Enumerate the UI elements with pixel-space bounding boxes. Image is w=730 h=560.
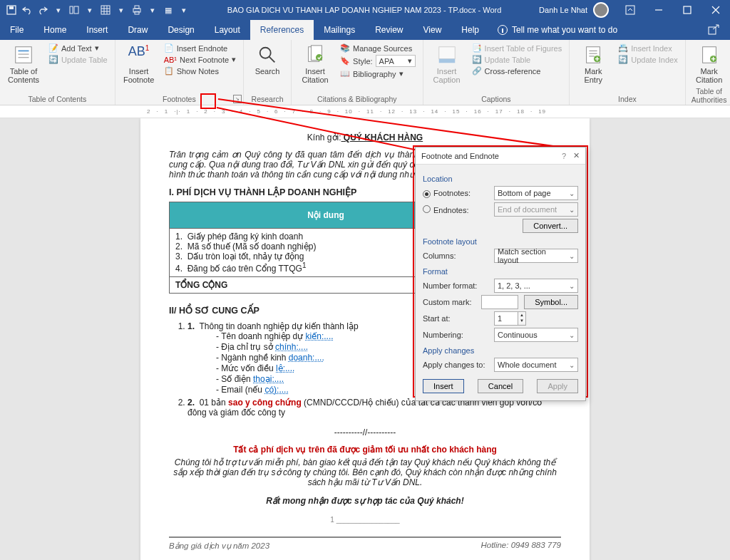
minimize-icon[interactable] <box>644 0 673 20</box>
tab-file[interactable]: File <box>0 20 34 40</box>
next-footnote-button[interactable]: AB¹ Next Footnote ▾ <box>161 54 239 65</box>
tab-view[interactable]: View <box>413 20 452 40</box>
save-icon[interactable] <box>6 4 17 16</box>
svg-rect-22 <box>438 59 455 63</box>
print-icon[interactable] <box>131 4 143 16</box>
svg-rect-6 <box>135 6 139 9</box>
tab-help[interactable]: Help <box>451 20 489 40</box>
svg-rect-3 <box>74 6 78 14</box>
help-icon[interactable]: ? <box>562 152 566 160</box>
columns-select[interactable]: Match section layout <box>494 249 578 263</box>
dialog-section: Apply changes <box>423 346 578 355</box>
convert-button[interactable]: Convert... <box>523 219 578 233</box>
apply-button[interactable]: Apply <box>537 379 578 393</box>
endnotes-location-select: End of document <box>494 202 578 217</box>
qat-icon[interactable]: ▾ <box>84 4 96 16</box>
apply-to-select[interactable]: Whole document <box>494 358 578 372</box>
footnotes-location-select[interactable]: Bottom of page <box>494 186 578 200</box>
group-captions: Insert Caption 📑 Insert Table of Figures… <box>423 40 570 105</box>
close-icon[interactable] <box>701 0 730 20</box>
update-table-button[interactable]: 🔄 Update Table <box>46 54 110 65</box>
group-label: Table of Contents <box>4 93 110 103</box>
ribbon-options-icon[interactable] <box>616 0 644 20</box>
dialog-section: Format <box>423 267 578 276</box>
start-at-spinner[interactable]: 1 ▲▼ <box>494 311 526 326</box>
qat-icon[interactable]: ▾ <box>147 4 158 16</box>
insert-endnote-button[interactable]: 📄 Insert Endnote <box>161 43 239 53</box>
cancel-button[interactable]: Cancel <box>478 379 523 393</box>
document-area: Kính gởi: QUÝ KHÁCH HÀNG Trân trọng cảm … <box>0 118 730 560</box>
tab-mailings[interactable]: Mailings <box>314 20 365 40</box>
svg-rect-1 <box>9 6 14 9</box>
custom-mark-label: Custom mark: <box>423 298 475 306</box>
group-authorities: Mark Citation Table of Authorities <box>686 40 730 105</box>
group-toc: Table of Contents 📝 Add Text ▾ 🔄 Update … <box>0 40 115 105</box>
cross-reference-button[interactable]: 🔗 Cross-reference <box>469 66 565 76</box>
dialog-title: Footnote and Endnote <box>421 152 562 160</box>
share-icon[interactable] <box>707 24 720 36</box>
ribbon: Table of Contents 📝 Add Text ▾ 🔄 Update … <box>0 40 730 105</box>
citation-style-dropdown[interactable]: 🔖 Style: APA▾ <box>337 54 418 68</box>
insert-footnote-button[interactable]: AB1 Insert Footnote <box>120 43 158 85</box>
group-index: Mark Entry 📇 Insert Index 🔄 Update Index… <box>570 40 685 105</box>
svg-rect-4 <box>101 6 110 14</box>
add-text-button[interactable]: 📝 Add Text ▾ <box>46 43 110 53</box>
start-at-label: Start at: <box>423 314 488 323</box>
columns-label: Columns: <box>423 252 488 260</box>
svg-rect-12 <box>16 47 32 63</box>
redo-icon[interactable] <box>37 4 48 16</box>
group-footnotes: AB1 Insert Footnote 📄 Insert Endnote AB¹… <box>115 40 244 105</box>
undo-icon[interactable] <box>21 4 33 16</box>
tab-review[interactable]: Review <box>365 20 413 40</box>
insert-tof-button[interactable]: 📑 Insert Table of Figures <box>469 43 565 53</box>
ruler[interactable]: 2·1·|·1·2·3·4·5·6·7·8·9·10·11·12·13·14·1… <box>0 105 730 118</box>
dialog-section: Footnote layout <box>423 237 578 246</box>
numbering-select[interactable]: Continuous <box>494 328 578 342</box>
update-index-button[interactable]: 🔄 Update Index <box>615 54 680 65</box>
grid-icon[interactable]: ▦ <box>163 4 174 16</box>
update-table-button[interactable]: 🔄 Update Table <box>469 54 565 65</box>
mark-entry-button[interactable]: Mark Entry <box>574 43 612 85</box>
tab-design[interactable]: Design <box>158 20 204 40</box>
endnotes-radio[interactable]: Endnotes: <box>423 205 488 214</box>
insert-citation-button[interactable]: Insert Citation <box>296 43 334 85</box>
footnote-endnote-dialog: Footnote and Endnote ? ✕ Location Footno… <box>415 147 586 401</box>
mark-citation-button[interactable]: Mark Citation <box>690 43 729 85</box>
tab-insert[interactable]: Insert <box>76 20 118 40</box>
qat-icon[interactable] <box>68 4 80 16</box>
show-notes-button[interactable]: 📋 Show Notes <box>161 66 239 76</box>
manage-sources-button[interactable]: 📚 Manage Sources <box>337 43 418 53</box>
tell-me-label: Tell me what you want to do <box>512 25 617 35</box>
insert-button[interactable]: Insert <box>423 379 464 393</box>
tell-me[interactable]: Tell me what you want to do <box>498 25 617 35</box>
svg-point-20 <box>316 54 322 61</box>
tab-home[interactable]: Home <box>34 20 76 40</box>
tab-draw[interactable]: Draw <box>118 20 158 40</box>
insert-caption-button[interactable]: Insert Caption <box>428 43 466 85</box>
tab-references[interactable]: References <box>250 20 314 40</box>
qat-icon[interactable]: ▾ <box>178 4 190 16</box>
number-format-select[interactable]: 1, 2, 3, ... <box>494 279 578 293</box>
group-citations: Insert Citation 📚 Manage Sources 🔖 Style… <box>292 40 423 105</box>
number-format-label: Number format: <box>423 281 488 290</box>
qat-icon[interactable]: ▾ <box>53 4 64 16</box>
group-label: Table of Authorities <box>690 85 729 104</box>
footnotes-radio[interactable]: Footnotes: <box>423 189 488 198</box>
symbol-button[interactable]: Symbol... <box>524 295 578 309</box>
search-button[interactable]: Search <box>248 43 287 77</box>
insert-index-button[interactable]: 📇 Insert Index <box>615 43 680 53</box>
svg-rect-10 <box>684 6 691 14</box>
table-icon[interactable] <box>100 4 111 16</box>
qat-icon[interactable]: ▾ <box>115 4 127 16</box>
bibliography-button[interactable]: 📖 Bibliography ▾ <box>337 68 418 79</box>
custom-mark-input[interactable] <box>481 295 518 309</box>
tab-layout[interactable]: Layout <box>205 20 250 40</box>
svg-rect-2 <box>70 6 73 14</box>
svg-line-17 <box>269 57 275 63</box>
maximize-icon[interactable] <box>673 0 701 20</box>
close-icon[interactable]: ✕ <box>573 151 580 160</box>
table-of-contents-button[interactable]: Table of Contents <box>4 43 43 85</box>
numbering-label: Numbering: <box>423 331 488 339</box>
quick-access-toolbar: ▾ ▾ ▾ ▾ ▦ ▾ <box>0 4 190 16</box>
user-avatar[interactable] <box>593 2 609 18</box>
